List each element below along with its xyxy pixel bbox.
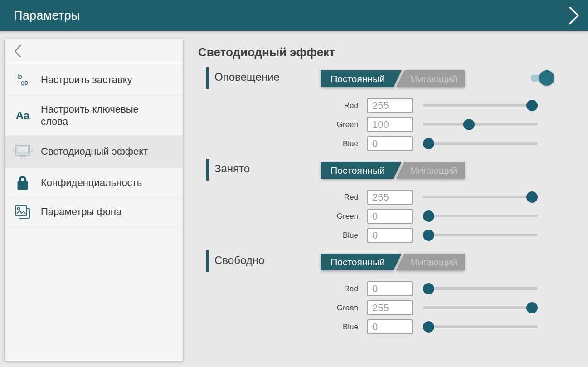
slider-thumb[interactable] [526,100,538,111]
sidebar-item-label: Параметры фона [41,206,183,218]
sidebar-item-label: Настроить ключевые слова [41,103,183,127]
blue-label: Blue [198,318,358,336]
mode-blinking-button[interactable]: Мигающий [396,162,465,179]
content-title: Светодиодный эффект [198,45,335,59]
red-label: Red [198,96,358,115]
mode-blinking-label: Мигающий [410,165,457,176]
mode-toggle: Постоянный Мигающий [321,70,465,87]
sidebar-item-led-effect[interactable]: Светодиодный эффект [5,136,183,168]
monitor-led-icon [5,143,41,161]
sidebar-item-keywords[interactable]: Aa Настроить ключевые слова [5,96,183,136]
mode-blinking-button[interactable]: Мигающий [396,70,465,87]
blue-value-input[interactable] [367,319,413,334]
blue-slider[interactable] [423,318,538,336]
slider-thumb[interactable] [423,138,434,149]
slider-track [423,287,538,290]
slider-track [423,306,538,309]
green-slider[interactable] [423,298,538,317]
blue-channel-row: Blue [198,226,588,245]
section-title: Свободно [214,254,264,267]
blue-channel-row: Blue [198,134,588,153]
red-channel-row: Red [198,96,588,115]
green-channel-row: Green [198,298,588,317]
red-label: Red [198,188,358,206]
green-value-input[interactable] [367,300,413,315]
mode-constant-button[interactable]: Постоянный [321,162,402,179]
slider-thumb[interactable] [423,230,434,241]
blue-slider[interactable] [423,226,538,245]
green-channel-row: Green [198,207,588,225]
images-icon [5,204,41,220]
mode-toggle: Постоянный Мигающий [321,162,465,179]
sidebar: lo go Настроить заставку Aa Настроить кл… [5,39,183,361]
sidebar-item-label: Конфиденциальность [41,177,183,189]
page-title: Параметры [14,9,80,23]
lock-icon [5,175,41,191]
red-label: Red [198,279,358,298]
mode-blinking-button[interactable]: Мигающий [396,254,465,270]
red-value-input[interactable] [367,190,413,205]
slider-track [423,325,538,328]
green-label: Green [198,207,358,225]
slider-thumb[interactable] [526,302,538,313]
green-value-input[interactable] [367,209,413,224]
mode-blinking-label: Мигающий [410,73,457,84]
slider-track [423,104,538,107]
alert-enabled-switch[interactable] [531,70,572,86]
red-slider[interactable] [423,96,538,115]
red-value-input[interactable] [367,98,413,113]
red-slider[interactable] [423,188,538,206]
slider-track [423,142,538,145]
green-value-input[interactable] [367,117,413,132]
mode-constant-button[interactable]: Постоянный [321,70,402,87]
keywords-icon: Aa [5,109,41,122]
blue-channel-row: Blue [198,318,588,336]
slider-track [423,234,538,236]
slider-track [423,215,538,217]
mode-blinking-label: Мигающий [410,257,457,268]
section-busy: Занято Постоянный Мигающий Red Green Blu… [198,159,588,250]
blue-label: Blue [198,226,358,245]
blue-slider[interactable] [423,134,538,153]
switch-knob [539,70,554,86]
slider-thumb[interactable] [526,191,538,203]
blue-value-input[interactable] [367,136,413,151]
slider-thumb[interactable] [423,321,434,333]
mode-constant-label: Постоянный [330,257,385,268]
green-slider[interactable] [423,207,538,225]
green-label: Green [198,298,358,317]
logo-icon-text: go [21,80,28,86]
sidebar-item-background[interactable]: Параметры фона [5,198,183,227]
red-value-input[interactable] [367,281,413,296]
section-accent-bar [206,67,209,89]
sidebar-back-button[interactable] [5,39,183,64]
red-slider[interactable] [423,279,538,298]
keywords-icon-text: Aa [16,109,30,122]
section-title: Оповещение [214,71,280,83]
chevron-right-icon[interactable] [565,6,580,25]
chevron-left-icon [15,45,23,58]
red-channel-row: Red [198,188,588,206]
sidebar-item-privacy[interactable]: Конфиденциальность [5,168,183,198]
mode-constant-button[interactable]: Постоянный [321,254,402,270]
slider-thumb[interactable] [423,283,434,294]
slider-track [423,196,538,198]
green-label: Green [198,115,358,134]
slider-track [423,123,538,126]
mode-constant-label: Постоянный [330,73,385,84]
section-accent-bar [206,159,209,181]
slider-thumb[interactable] [463,119,475,130]
section-alert: Оповещение Постоянный Мигающий Red Green… [198,67,588,158]
section-free: Свободно Постоянный Мигающий Red Green B… [198,250,588,341]
blue-value-input[interactable] [367,228,413,243]
slider-thumb[interactable] [423,210,434,222]
section-title: Занято [214,162,250,175]
blue-label: Blue [198,134,358,153]
sidebar-item-screensaver[interactable]: lo go Настроить заставку [5,64,183,96]
sidebar-item-label: Настроить заставку [41,74,183,86]
mode-toggle: Постоянный Мигающий [321,254,465,270]
green-slider[interactable] [423,115,538,134]
mode-constant-label: Постоянный [330,165,385,176]
red-channel-row: Red [198,279,588,298]
sidebar-item-label: Светодиодный эффект [41,146,183,157]
